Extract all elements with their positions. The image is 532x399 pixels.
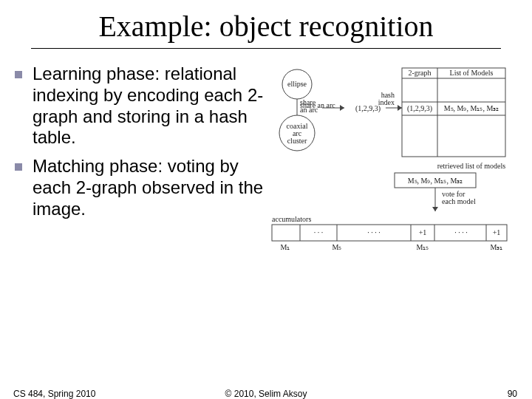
retrieved-models: M₅, M₉, M₁₅, M₃₂ <box>408 177 463 185</box>
tuple-encoding: (1,2,9,3) <box>355 104 381 113</box>
table-models: M₅, M₉, M₁₅, M₃₂ <box>444 104 499 112</box>
bullet-icon <box>15 71 22 78</box>
slide-body: Learning phase: relational indexing by e… <box>0 55 532 270</box>
arrow-head-icon <box>398 105 402 111</box>
table-header-right: List of Models <box>450 69 494 77</box>
accum-bin: M₁₅ <box>417 243 429 251</box>
retrieved-label: retrieved list of models <box>437 162 506 170</box>
accum-plus1: +1 <box>419 228 427 236</box>
diagram-svg: ellipse share an arc share an arc coaxia… <box>270 64 514 270</box>
vote-label-2: each model <box>442 197 476 205</box>
hash-label-line2: index <box>378 98 395 106</box>
accum-dots: · · · · <box>367 228 381 236</box>
table-header-left: 2-graph <box>408 69 431 77</box>
list-item: Learning phase: relational indexing by e… <box>15 64 266 149</box>
accum-label: accumulators <box>272 215 311 223</box>
accum-bin: M₃₁ <box>491 243 503 251</box>
list-item: Matching phase: voting by each 2-graph o… <box>15 156 266 219</box>
bullet-text: Matching phase: voting by each 2-graph o… <box>33 156 266 219</box>
edge-label-line2: an arc <box>300 106 318 114</box>
ellipse-node-label: ellipse <box>287 80 307 88</box>
title-underline <box>31 48 501 49</box>
arrow-head-icon <box>340 105 344 111</box>
bullet-icon <box>15 163 22 171</box>
accum-bin: M₅ <box>332 243 342 251</box>
accum-dots: · · · <box>314 228 324 236</box>
footer-copyright: © 2010, Selim Aksoy <box>0 389 532 399</box>
table-frame <box>402 68 505 157</box>
accum-frame <box>272 225 507 241</box>
slide: Example: object recognition Learning pha… <box>0 0 532 399</box>
arrow-head-icon <box>432 207 438 211</box>
cluster-node-line3: cluster <box>287 137 307 145</box>
accum-plus1: +1 <box>493 228 501 236</box>
bullet-text: Learning phase: relational indexing by e… <box>33 64 266 149</box>
slide-title: Example: object recognition <box>0 0 532 48</box>
accum-bin: M₁ <box>281 243 290 251</box>
bullet-list: Learning phase: relational indexing by e… <box>15 55 266 270</box>
diagram: ellipse share an arc share an arc coaxia… <box>266 55 523 270</box>
accum-dots: · · · · <box>454 228 468 236</box>
table-key: (1,2,9,3) <box>407 104 432 113</box>
footer-page-number: 90 <box>508 389 517 399</box>
